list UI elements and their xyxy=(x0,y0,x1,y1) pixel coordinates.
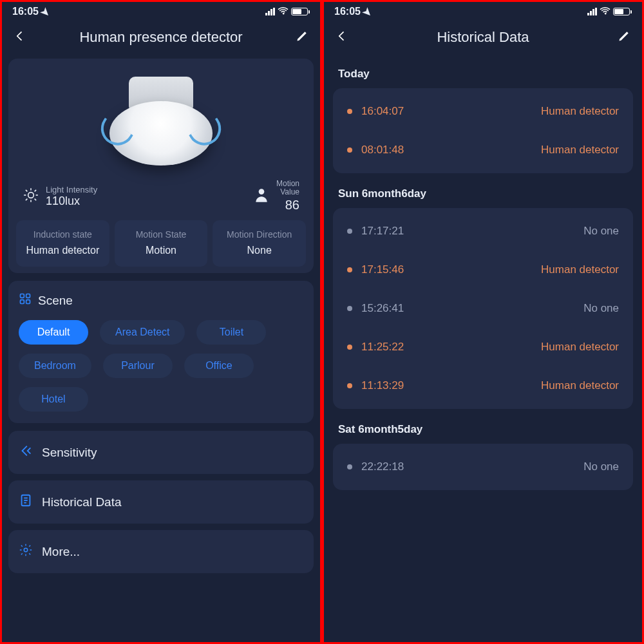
history-row[interactable]: 08:01:48Human detector xyxy=(333,131,633,169)
gear-icon xyxy=(19,543,33,560)
history-status: Human detector xyxy=(541,341,619,354)
signal-icon xyxy=(587,8,597,15)
history-status: Human detector xyxy=(541,105,619,118)
history-time: 22:22:18 xyxy=(361,460,404,473)
scene-chip[interactable]: Hotel xyxy=(19,387,88,412)
person-icon xyxy=(253,187,270,206)
history-section-label: Sat 6month5day xyxy=(338,423,628,436)
header-bar: Human presence detector xyxy=(2,21,320,53)
status-dot-icon xyxy=(347,306,352,311)
history-row[interactable]: 15:26:41No one xyxy=(333,289,633,328)
wifi-icon xyxy=(600,5,611,19)
history-section-label: Sun 6month6day xyxy=(338,187,628,200)
status-dot-icon xyxy=(347,345,352,350)
history-row[interactable]: 17:17:21No one xyxy=(333,212,633,251)
tile-value: Motion xyxy=(117,245,205,256)
history-section-card: 16:04:07Human detector08:01:48Human dete… xyxy=(333,88,633,173)
more-label: More... xyxy=(42,545,80,559)
scene-chip[interactable]: Parlour xyxy=(103,354,173,378)
device-image xyxy=(15,70,307,180)
svg-line-6 xyxy=(35,198,36,200)
scene-chip[interactable]: Office xyxy=(184,354,254,378)
svg-rect-11 xyxy=(26,294,30,298)
clock-text: 16:05 xyxy=(334,6,361,17)
tile-label: Motion State xyxy=(117,229,205,240)
history-status: No one xyxy=(583,460,619,473)
sensitivity-icon xyxy=(19,444,33,461)
history-status: Human detector xyxy=(541,263,619,276)
edit-button[interactable] xyxy=(618,30,630,45)
history-section-label: Today xyxy=(338,68,628,80)
status-tile[interactable]: Motion StateMotion xyxy=(115,220,208,267)
history-time: 15:26:41 xyxy=(361,302,404,315)
signal-icon xyxy=(265,8,275,15)
light-intensity-label: Light Intensity xyxy=(46,185,97,194)
history-status: No one xyxy=(583,225,619,238)
more-row[interactable]: More... xyxy=(8,530,314,573)
location-icon: ➤ xyxy=(38,5,53,19)
history-status: Human detector xyxy=(541,144,619,156)
tile-value: Human detector xyxy=(19,245,107,256)
svg-rect-12 xyxy=(21,300,24,304)
tile-label: Motion Direction xyxy=(215,229,303,240)
motion-value: 86 xyxy=(276,198,299,213)
history-time: 17:17:21 xyxy=(361,225,404,238)
history-row[interactable]: 16:04:07Human detector xyxy=(333,92,633,131)
status-bar: 16:05 ➤ xyxy=(2,2,320,21)
status-bar: 16:05 ➤ xyxy=(324,2,642,21)
document-icon xyxy=(19,493,33,511)
history-row[interactable]: 22:22:18No one xyxy=(333,448,633,486)
history-section-card: 17:17:21No one17:15:46Human detector15:2… xyxy=(333,208,633,409)
back-button[interactable] xyxy=(336,30,348,45)
status-dot-icon xyxy=(347,109,352,114)
scene-chip[interactable]: Default xyxy=(19,320,88,345)
svg-point-9 xyxy=(259,189,265,194)
clock-text: 16:05 xyxy=(12,6,39,17)
device-card: Light Intensity 110lux Motion Value 86 I… xyxy=(8,59,314,273)
light-intensity-value: 110lux xyxy=(46,194,97,208)
light-intensity-icon xyxy=(23,187,39,206)
svg-line-5 xyxy=(26,190,27,191)
sensitivity-row[interactable]: Sensitivity xyxy=(8,431,314,474)
scene-title: Scene xyxy=(38,294,73,308)
svg-rect-10 xyxy=(21,294,24,298)
tile-value: None xyxy=(215,245,303,256)
edit-button[interactable] xyxy=(296,30,308,45)
status-tile[interactable]: Induction stateHuman detector xyxy=(16,220,109,267)
historical-data-row[interactable]: Historical Data xyxy=(8,480,314,524)
motion-value-label2: Value xyxy=(276,188,299,196)
scene-chip[interactable]: Toilet xyxy=(196,320,266,345)
scene-icon xyxy=(19,292,32,308)
battery-icon xyxy=(291,8,310,15)
location-icon: ➤ xyxy=(360,5,375,19)
history-status: No one xyxy=(583,302,619,315)
history-row[interactable]: 11:25:22Human detector xyxy=(333,328,633,366)
header-bar: Historical Data xyxy=(324,21,642,53)
svg-point-0 xyxy=(28,192,34,198)
history-row[interactable]: 17:15:46Human detector xyxy=(333,251,633,289)
status-dot-icon xyxy=(347,267,352,272)
page-title: Historical Data xyxy=(437,29,529,46)
status-tile[interactable]: Motion DirectionNone xyxy=(213,220,306,267)
status-dot-icon xyxy=(347,229,352,234)
history-time: 16:04:07 xyxy=(361,105,404,118)
history-time: 11:13:29 xyxy=(361,379,404,392)
page-title: Human presence detector xyxy=(79,29,242,46)
detector-screen: 16:05 ➤ Human presence detector xyxy=(0,0,322,644)
history-status: Human detector xyxy=(541,379,619,392)
history-time: 17:15:46 xyxy=(361,263,404,276)
sensitivity-label: Sensitivity xyxy=(42,446,97,460)
history-time: 11:25:22 xyxy=(361,341,404,354)
status-dot-icon xyxy=(347,147,352,153)
history-time: 08:01:48 xyxy=(361,144,404,156)
svg-rect-13 xyxy=(26,300,30,304)
svg-point-18 xyxy=(24,549,28,553)
scene-chip[interactable]: Area Detect xyxy=(100,320,185,345)
history-screen: 16:05 ➤ Historical Data Today16:04:07Hum… xyxy=(322,0,644,644)
history-section-card: 22:22:18No one xyxy=(333,444,633,490)
wifi-icon xyxy=(278,5,289,19)
status-dot-icon xyxy=(347,383,352,388)
history-row[interactable]: 11:13:29Human detector xyxy=(333,366,633,405)
scene-chip[interactable]: Bedroom xyxy=(19,354,91,378)
back-button[interactable] xyxy=(14,30,26,45)
